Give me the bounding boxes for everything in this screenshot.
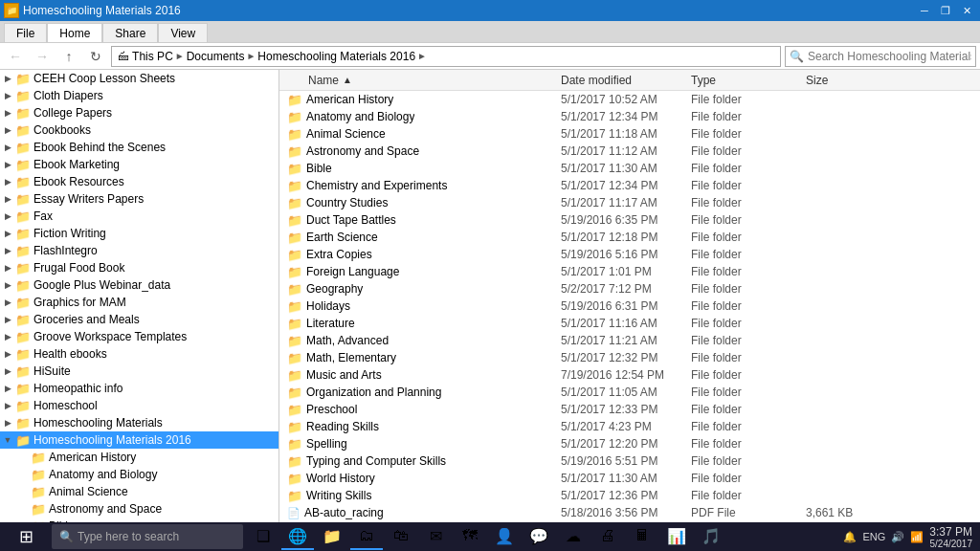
up-button[interactable]: ↑ [57,45,80,68]
table-row[interactable]: 📁Geography5/2/2017 7:12 PMFile folder [279,280,980,298]
sidebar-item[interactable]: ▶📁CEEH Coop Lesson Sheets [0,70,278,87]
sidebar-item[interactable]: 📁Astronomy and Space [0,500,278,518]
sidebar-item[interactable]: ▶📁Ebook Marketing [0,156,278,173]
sidebar-item[interactable]: ▶📁Health ebooks [0,345,278,363]
start-button[interactable]: ⊞ [4,523,48,550]
tab-home[interactable]: Home [47,23,102,42]
forward-button[interactable]: → [31,45,54,68]
table-row[interactable]: 📁Math, Elementary5/1/2017 12:32 PMFile f… [279,349,980,366]
taskbar-app-edge[interactable]: 🌐 [281,523,314,550]
back-button[interactable]: ← [4,45,27,68]
taskbar-app-skype[interactable]: 💬 [523,523,555,550]
table-row[interactable]: 📁Extra Copies5/19/2016 5:16 PMFile folde… [279,246,980,263]
search-box[interactable]: 🔍 [785,46,976,67]
taskbar-notifications[interactable]: 🔔 [843,531,857,543]
table-row[interactable]: 📁Animal Science5/1/2017 11:18 AMFile fol… [279,125,980,143]
breadcrumb[interactable]: 🖮 This PC ► Documents ► Homeschooling Ma… [111,46,781,67]
table-row[interactable]: 📁Organization and Planning5/1/2017 11:05… [279,384,980,401]
sidebar-item[interactable]: 📁American History [0,449,278,466]
tab-file[interactable]: File [4,23,47,42]
taskbar-app-file-explorer-2[interactable]: 🗂 [350,523,383,550]
table-row[interactable]: 📄AB-auto_racing5/18/2016 3:56 PMPDF File… [279,504,980,521]
taskbar-app-extra2[interactable]: 🎵 [695,523,727,550]
table-row[interactable]: 📁Chemistry and Experiments5/1/2017 12:34… [279,177,980,194]
table-row[interactable]: 📁Typing and Computer Skills5/19/2016 5:5… [279,452,980,470]
taskbar-search-placeholder: Type here to search [78,530,179,543]
sidebar-item[interactable]: 📁Anatomy and Biology [0,466,278,483]
file-type: PDF File [691,506,806,519]
folder-icon: 📁 [31,485,46,499]
search-input[interactable] [808,50,971,63]
table-row[interactable]: 📁American History5/1/2017 10:52 AMFile f… [279,91,980,108]
sidebar-item[interactable]: ▶📁Homeschool [0,397,278,414]
table-row[interactable]: 📁Foreign Language5/1/2017 1:01 PMFile fo… [279,263,980,280]
sidebar-item[interactable]: ▶📁Fax [0,208,278,225]
taskbar-search[interactable]: 🔍 Type here to search [52,524,243,549]
pdf-icon: 📄 [287,507,301,519]
sidebar-item[interactable]: ▶📁Groceries and Meals [0,311,278,328]
folder-icon: 📁 [15,261,31,276]
sidebar-item[interactable]: ▶📁Homeschooling Materials [0,414,278,431]
sidebar-item[interactable]: ▶📁Frugal Food Book [0,259,278,276]
close-button[interactable]: ✕ [957,3,976,18]
maximize-button[interactable]: ❐ [936,3,955,18]
taskbar-app-explorer[interactable]: 📁 [316,523,348,550]
taskbar-app-mail[interactable]: ✉ [419,523,452,550]
sidebar-item[interactable]: ▶📁Ebook Behind the Scenes [0,139,278,156]
table-row[interactable]: 📁Astronomy and Space5/1/2017 11:12 AMFil… [279,143,980,160]
table-row[interactable]: 📁Anatomy and Biology5/1/2017 12:34 PMFil… [279,108,980,125]
sidebar-item[interactable]: ▶📁College Papers [0,104,278,121]
table-row[interactable]: 📁Spelling5/1/2017 12:20 PMFile folder [279,435,980,452]
folder-icon: 📁 [287,127,302,142]
table-row[interactable]: 📁Bible5/1/2017 11:30 AMFile folder [279,160,980,177]
minimize-button[interactable]: ─ [915,3,934,18]
sidebar-item[interactable]: ▶📁Homeopathic info [0,380,278,397]
sidebar-item[interactable]: ▶📁Google Plus Webinar_data [0,276,278,294]
file-date: 5/1/2017 10:52 AM [557,93,691,106]
col-header-size[interactable]: Size [806,74,902,87]
taskbar-app-task-view[interactable]: ❑ [247,523,279,550]
taskbar-app-maps[interactable]: 🗺 [454,523,486,550]
table-row[interactable]: 📁Holidays5/19/2016 6:31 PMFile folder [279,298,980,315]
taskbar-app-people[interactable]: 👤 [488,523,521,550]
file-name: Animal Science [306,127,386,141]
table-row[interactable]: 📁Math, Advanced5/1/2017 11:21 AMFile fol… [279,332,980,349]
table-row[interactable]: 📁Literature5/1/2017 11:16 AMFile folder [279,315,980,332]
taskbar-app-onedrive[interactable]: ☁ [557,523,590,550]
table-row[interactable]: 📁Reading Skills5/1/2017 4:23 PMFile fold… [279,418,980,435]
sidebar-item[interactable]: ▶📁Ebook Resources [0,173,278,190]
sidebar-item[interactable]: ▶📁HiSuite [0,363,278,380]
col-header-type[interactable]: Type [691,74,806,87]
sidebar-item[interactable]: ▶📁FlashIntegro [0,242,278,259]
sidebar-item[interactable]: ▶📁Essay Writers Papers [0,190,278,208]
sidebar-item[interactable]: 📁Animal Science [0,483,278,500]
taskbar-app-store[interactable]: 🛍 [385,523,417,550]
table-row[interactable]: 📁Music and Arts7/19/2016 12:54 PMFile fo… [279,366,980,384]
sidebar-item[interactable]: ▶📁Cloth Diapers [0,87,278,104]
sidebar-item[interactable]: ▶📁Groove Workspace Templates [0,328,278,345]
taskbar-app-print[interactable]: 🖨 [591,523,624,550]
sidebar-item[interactable]: ▶📁Fiction Writing [0,225,278,242]
table-row[interactable]: 📁Preschool5/1/2017 12:33 PMFile folder [279,401,980,418]
table-row[interactable]: 📁World History5/1/2017 11:30 AMFile fold… [279,470,980,487]
taskbar-network[interactable]: 📶 [910,531,924,543]
sidebar-item[interactable]: ▶📁Cookbooks [0,121,278,139]
tab-view[interactable]: View [158,23,208,42]
table-row[interactable]: 📁Duct Tape Battles5/19/2016 6:35 PMFile … [279,211,980,229]
table-row[interactable]: 📁Earth Science5/1/2017 12:18 PMFile fold… [279,229,980,246]
taskbar-volume[interactable]: 🔊 [891,531,904,543]
file-date: 5/1/2017 11:12 AM [557,144,691,158]
taskbar-app-calc[interactable]: 🖩 [626,523,658,550]
refresh-button[interactable]: ↻ [84,45,107,68]
tab-share[interactable]: Share [102,23,158,42]
taskbar-app-extra[interactable]: 📊 [660,523,693,550]
sidebar-item[interactable]: ▼📁Homeschooling Materials 2016 [0,431,278,449]
file-name-cell: 📁Foreign Language [279,265,557,279]
col-header-name[interactable]: Name ▲ [279,74,557,87]
table-row[interactable]: 📁Country Studies5/1/2017 11:17 AMFile fo… [279,194,980,211]
file-name: Country Studies [306,196,388,209]
col-header-date[interactable]: Date modified [557,74,691,87]
sidebar-label: HiSuite [33,364,71,378]
table-row[interactable]: 📁Writing Skills5/1/2017 12:36 PMFile fol… [279,487,980,504]
sidebar-item[interactable]: ▶📁Graphics for MAM [0,294,278,311]
